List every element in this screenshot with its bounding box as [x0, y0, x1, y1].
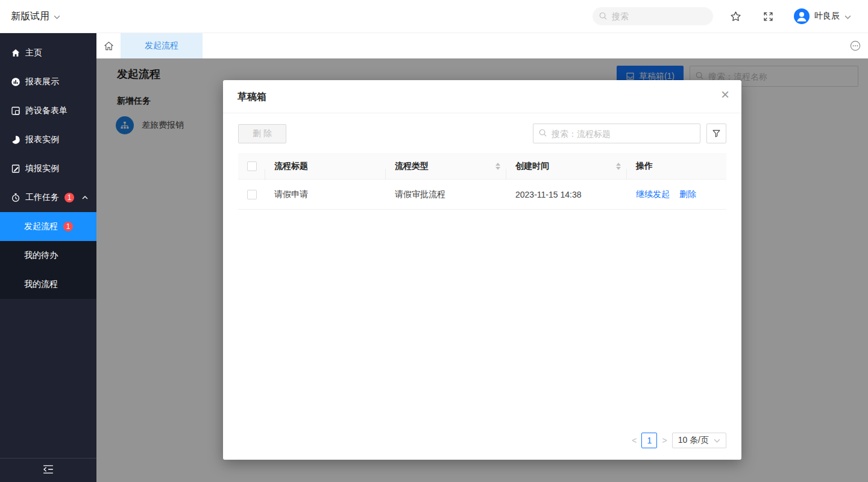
tab-more-button[interactable] — [850, 40, 861, 51]
modal-body: 删 除 — [223, 113, 741, 459]
work-tasks-badge: 1 — [64, 193, 74, 202]
top-header: 新版试用 叶良辰 — [0, 0, 868, 33]
toolbar-right — [533, 124, 726, 143]
bar-chart-icon — [11, 77, 20, 87]
sidebar-item-label: 报表实例 — [25, 134, 59, 145]
drafts-table: 流程标题 流程类型 创建时间 操作 — [238, 153, 726, 210]
pie-chart-icon — [11, 135, 20, 145]
app-screen: 新版试用 叶良辰 — [0, 0, 868, 482]
delete-row-link[interactable]: 删除 — [679, 189, 696, 199]
row-checkbox-cell — [238, 190, 265, 199]
sidebar-item-initiate-process[interactable]: 发起流程 1 — [0, 212, 96, 241]
column-header-type: 流程类型 — [386, 161, 506, 172]
column-label: 创建时间 — [515, 161, 549, 172]
continue-initiate-link[interactable]: 继续发起 — [636, 189, 670, 199]
row-checkbox[interactable] — [247, 190, 257, 199]
tab-initiate-process[interactable]: 发起流程 — [121, 33, 203, 58]
tabbar: 发起流程 — [96, 33, 868, 58]
sidebar-item-work-tasks[interactable]: 工作任务 1 — [0, 183, 96, 212]
global-search-input[interactable] — [593, 7, 713, 25]
page-size-select[interactable]: 10 条/页 — [672, 433, 726, 448]
sidebar-item-label: 填报实例 — [25, 163, 59, 174]
stopwatch-icon — [11, 193, 20, 202]
row-title-cell: 请假申请 — [265, 189, 386, 200]
fullscreen-button[interactable] — [761, 9, 776, 24]
chevron-down-icon — [714, 439, 720, 443]
header-checkbox-cell — [238, 161, 265, 171]
row-created-cell: 2023-11-15 14:38 — [506, 190, 627, 199]
menu-fold-icon — [43, 465, 54, 476]
edit-doc-icon — [11, 164, 20, 174]
funnel-icon — [712, 129, 721, 138]
row-type-cell: 请假审批流程 — [386, 189, 506, 200]
device-form-icon — [11, 106, 20, 116]
table-header-row: 流程标题 流程类型 创建时间 操作 — [238, 153, 726, 180]
chevron-down-icon — [844, 11, 851, 21]
ellipsis-circle-icon — [850, 40, 861, 51]
column-header-actions: 操作 — [627, 161, 726, 172]
avatar — [794, 8, 810, 24]
sidebar-item-report-instance[interactable]: 报表实例 — [0, 125, 96, 154]
tab-home-button[interactable] — [96, 33, 121, 58]
page-number[interactable]: 1 — [641, 433, 657, 448]
search-icon — [599, 11, 608, 20]
sidebar-item-home[interactable]: 主页 — [0, 39, 96, 67]
sidebar-item-label: 发起流程 — [24, 221, 58, 232]
fullscreen-icon — [763, 11, 773, 22]
sidebar-item-label: 报表展示 — [25, 77, 59, 87]
user-avatar-icon — [794, 8, 810, 24]
workspace-name: 新版试用 — [11, 10, 49, 23]
column-header-created: 创建时间 — [506, 161, 627, 172]
sidebar-item-my-todo[interactable]: 我的待办 — [0, 241, 96, 270]
work-tasks-submenu: 发起流程 1 我的待办 我的流程 — [0, 212, 96, 299]
tab-label: 发起流程 — [145, 40, 178, 51]
global-search[interactable] — [593, 7, 713, 25]
page-size-label: 10 条/页 — [678, 435, 709, 446]
select-all-checkbox[interactable] — [247, 161, 257, 171]
favorite-button[interactable] — [728, 8, 744, 25]
sidebar-collapse-button[interactable] — [0, 458, 96, 482]
column-label: 流程类型 — [395, 161, 429, 172]
sidebar-item-label: 主页 — [25, 48, 42, 58]
sidebar-item-fill-instance[interactable]: 填报实例 — [0, 154, 96, 183]
sidebar-item-report-display[interactable]: 报表展示 — [0, 67, 96, 96]
next-page-button[interactable]: > — [662, 436, 667, 445]
column-header-title: 流程标题 — [265, 161, 386, 172]
user-name: 叶良辰 — [814, 11, 840, 22]
chevron-down-icon — [54, 11, 60, 22]
sidebar-item-label: 跨设备表单 — [25, 105, 68, 116]
delete-button[interactable]: 删 除 — [238, 124, 286, 143]
sidebar-item-label: 工作任务 — [25, 192, 59, 203]
modal-header: 草稿箱 — [223, 80, 741, 113]
column-divider — [626, 169, 627, 180]
column-label: 操作 — [636, 161, 653, 171]
prev-page-button[interactable]: < — [632, 436, 637, 445]
sidebar-item-label: 我的流程 — [24, 279, 58, 290]
modal-title: 草稿箱 — [237, 92, 266, 102]
filter-button[interactable] — [706, 124, 726, 143]
process-title-search[interactable] — [533, 124, 700, 143]
pagination: < 1 > 10 条/页 — [632, 433, 726, 448]
initiate-process-badge: 1 — [63, 222, 73, 231]
row-actions-cell: 继续发起 删除 — [627, 189, 726, 200]
column-label: 流程标题 — [274, 161, 308, 171]
star-icon — [730, 11, 741, 22]
draftbox-modal: 草稿箱 × 删 除 — [223, 80, 741, 460]
process-title-search-input[interactable] — [533, 124, 700, 143]
sort-icon[interactable] — [616, 163, 621, 170]
home-outline-icon — [104, 41, 114, 51]
home-icon — [11, 48, 20, 58]
close-icon[interactable]: × — [721, 87, 729, 102]
sidebar-item-cross-device-form[interactable]: 跨设备表单 — [0, 96, 96, 125]
sidebar-item-label: 我的待办 — [24, 250, 58, 261]
sidebar: 主页 报表展示 跨设备表单 报表实例 — [0, 33, 96, 482]
sidebar-item-my-processes[interactable]: 我的流程 — [0, 270, 96, 299]
user-menu[interactable]: 叶良辰 — [794, 8, 851, 24]
sort-icon[interactable] — [495, 163, 500, 170]
table-row: 请假申请 请假审批流程 2023-11-15 14:38 继续发起 删除 — [238, 180, 726, 210]
modal-toolbar: 删 除 — [238, 124, 726, 143]
sidebar-menu: 主页 报表展示 跨设备表单 报表实例 — [0, 33, 96, 299]
chevron-up-icon — [82, 196, 88, 199]
search-icon — [538, 128, 547, 137]
workspace-switcher[interactable]: 新版试用 — [11, 10, 60, 23]
